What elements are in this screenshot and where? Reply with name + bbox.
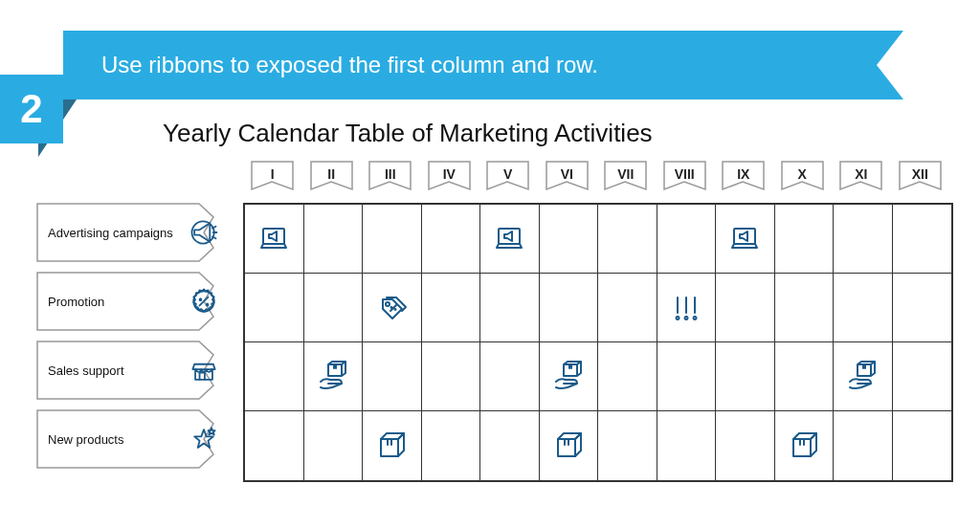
grid-cell (422, 205, 481, 274)
grid-cell (422, 342, 481, 411)
grid-cell (245, 411, 304, 480)
star-icon (188, 423, 220, 455)
grid-cell (422, 274, 481, 342)
storefront-icon (188, 354, 220, 386)
megaphone-icon (188, 216, 220, 249)
grid-cell (657, 205, 717, 274)
discount-icon (188, 285, 220, 318)
grid-cell (834, 205, 893, 274)
grid-cell (540, 274, 599, 342)
row-label: Advertising campaigns (48, 226, 173, 240)
grid-cell (540, 205, 599, 274)
laptop-megaphone-icon (256, 221, 292, 257)
grid-cell (893, 205, 952, 274)
grid-cell (657, 274, 717, 342)
grid-cell (775, 411, 835, 480)
grid-cell (363, 342, 422, 411)
column-headers: I II III IV V VI VII VIII IX X XI XII (243, 161, 949, 199)
grid-cell (716, 411, 775, 480)
grid-row (245, 274, 951, 342)
laptop-megaphone-icon (726, 221, 763, 257)
price-tags-icon (373, 290, 410, 326)
grid-cell (422, 411, 481, 480)
col-header: XI (832, 161, 891, 199)
grid-cell (598, 342, 657, 411)
grid-cell (834, 411, 893, 480)
grid-cell (834, 274, 893, 342)
grid-cell (363, 411, 422, 480)
col-header: VIII (656, 161, 715, 199)
grid-cell (716, 342, 775, 411)
grid-cell (304, 205, 364, 274)
grid-cell (480, 205, 540, 274)
number-badge: 2 (0, 75, 63, 143)
hand-box-icon (844, 359, 880, 395)
row-header-new-products: New products (36, 409, 235, 469)
grid-cell (540, 411, 599, 480)
grid-cell (598, 411, 657, 480)
col-header: VII (596, 161, 656, 199)
grid-cell (598, 205, 657, 274)
box-icon (373, 428, 410, 464)
grid-cell (657, 342, 717, 411)
grid-cell (775, 205, 835, 274)
col-header: X (773, 161, 833, 199)
grid-cell (245, 205, 304, 274)
title-ribbon: Use ribbons to exposed the first column … (63, 31, 903, 99)
exclaim-icon (668, 290, 704, 326)
col-header: VI (538, 161, 597, 199)
row-label: Promotion (48, 295, 104, 309)
row-label: Sales support (48, 363, 124, 378)
grid-cell (598, 274, 657, 342)
grid-cell (363, 205, 422, 274)
grid-cell (480, 274, 540, 342)
col-header: IV (420, 161, 479, 199)
grid-cell (480, 342, 540, 411)
box-icon (786, 428, 822, 464)
col-header: II (302, 161, 362, 199)
col-header: I (243, 161, 302, 199)
grid-cell (304, 342, 364, 411)
grid-cell (540, 342, 599, 411)
grid-cell (775, 274, 835, 342)
grid-cell (893, 342, 952, 411)
row-header-advertising: Advertising campaigns (36, 203, 235, 262)
grid-cell (480, 411, 540, 480)
grid-cell (775, 342, 835, 411)
grid-cell (363, 274, 422, 342)
grid-cell (893, 274, 952, 342)
col-header: V (479, 161, 538, 199)
grid-cell (245, 342, 304, 411)
grid-body (243, 203, 953, 482)
grid-row (245, 411, 951, 480)
hand-box-icon (550, 359, 587, 395)
row-header-promotion: Promotion (36, 272, 235, 331)
grid-cell (716, 205, 775, 274)
grid-cell (893, 411, 952, 480)
grid-cell (304, 274, 364, 342)
row-header-sales-support: Sales support (36, 341, 235, 400)
row-headers: Advertising campaigns Promotion Sales su… (36, 203, 235, 478)
col-header: XII (891, 161, 950, 199)
grid-cell (657, 411, 717, 480)
col-header: IX (714, 161, 773, 199)
grid-cell (304, 411, 364, 480)
row-label: New products (48, 432, 123, 447)
hand-box-icon (315, 359, 351, 395)
grid-cell (245, 274, 304, 342)
box-icon (550, 428, 587, 464)
grid-cell (716, 274, 775, 342)
grid-row (245, 205, 951, 274)
laptop-megaphone-icon (491, 221, 527, 257)
subtitle: Yearly Calendar Table of Marketing Activ… (163, 119, 653, 148)
title-text: Use ribbons to exposed the first column … (101, 52, 598, 78)
grid-row (245, 342, 951, 411)
grid-cell (834, 342, 893, 411)
col-header: III (361, 161, 420, 199)
